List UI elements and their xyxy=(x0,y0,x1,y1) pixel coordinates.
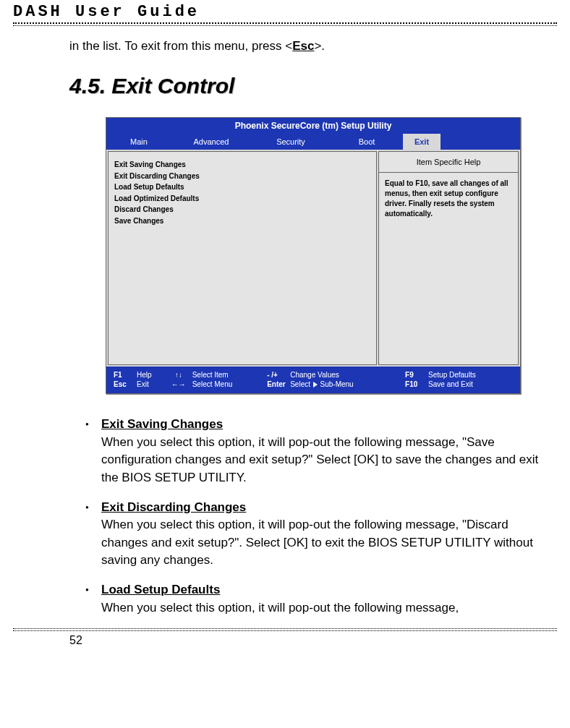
bios-help-body: Equal to F10, save all changes of all me… xyxy=(379,173,518,225)
section-heading: 4.5. Exit Control xyxy=(69,74,548,98)
lead-paragraph: in the list. To exit from this menu, pre… xyxy=(69,39,548,53)
option-body: When you select this option, it will pop… xyxy=(101,601,459,614)
bios-item[interactable]: Save Changes xyxy=(114,215,370,227)
option-title: Load Setup Defaults xyxy=(101,583,220,596)
option-exit-saving: Exit Saving Changes When you select this… xyxy=(77,416,541,487)
bios-label-setup-defaults: Setup Defaults xyxy=(427,370,514,380)
option-load-defaults: Load Setup Defaults When you select this… xyxy=(77,581,541,617)
bios-key-f1: F1 xyxy=(112,370,135,380)
bios-item[interactable]: Exit Discarding Changes xyxy=(114,171,370,182)
bios-label-change-values: Change Values xyxy=(289,370,404,380)
footer-divider xyxy=(13,628,557,631)
bios-label-select: Select xyxy=(290,380,310,388)
bios-tab-main[interactable]: Main xyxy=(106,134,171,150)
bios-tab-security[interactable]: Security xyxy=(251,134,331,150)
bios-tab-advanced[interactable]: Advanced xyxy=(171,134,251,150)
option-body: When you select this option, it will pop… xyxy=(101,435,538,484)
bios-item[interactable]: Load Setup Defaults xyxy=(114,181,370,193)
header-divider xyxy=(13,22,557,26)
bios-key-plusminus: - /+ xyxy=(265,370,289,380)
bios-help-panel: Item Specific Help Equal to F10, save al… xyxy=(378,151,519,365)
bios-screenshot: Phoenix SecureCore (tm) Setup Utility Ma… xyxy=(106,117,521,394)
updown-arrows-icon: ↑↓ xyxy=(166,370,191,380)
bios-menu-panel: Exit Saving Changes Exit Discarding Chan… xyxy=(108,151,377,365)
option-title: Exit Saving Changes xyxy=(101,417,223,431)
bios-tab-exit[interactable]: Exit xyxy=(403,134,441,150)
bios-label-select-menu: Select Menu xyxy=(191,380,266,389)
page-header: DASH User Guide xyxy=(13,0,557,22)
page-number: 52 xyxy=(13,634,557,647)
bios-footer: F1 Help ↑↓ Select Item - /+ Change Value… xyxy=(106,367,520,393)
bios-label-select-item: Select Item xyxy=(191,370,266,380)
bios-label-submenu: Sub-Menu xyxy=(320,380,354,388)
bios-item[interactable]: Load Optimized Defaults xyxy=(114,193,370,205)
bios-key-esc: Esc xyxy=(112,380,135,389)
bios-key-f9: F9 xyxy=(404,370,427,380)
leftright-arrows-icon: ←→ xyxy=(166,380,191,389)
bios-label-help: Help xyxy=(135,370,166,380)
bios-item[interactable]: Exit Saving Changes xyxy=(114,159,370,171)
bios-key-f10: F10 xyxy=(404,380,427,389)
lead-suffix: >. xyxy=(314,39,325,53)
bios-tab-boot[interactable]: Boot xyxy=(331,134,403,150)
bios-label-exit: Exit xyxy=(135,380,166,389)
bios-tabs: Main Advanced Security Boot Exit xyxy=(106,134,520,150)
bios-label-select-submenu: Select Sub-Menu xyxy=(289,380,404,389)
bios-label-save-exit: Save and Exit xyxy=(427,380,514,389)
option-exit-discarding: Exit Discarding Changes When you select … xyxy=(77,499,541,570)
bios-title: Phoenix SecureCore (tm) Setup Utility xyxy=(106,118,520,134)
option-body: When you select this option, it will pop… xyxy=(101,518,533,567)
bios-item[interactable]: Discard Changes xyxy=(114,204,370,215)
option-title: Exit Discarding Changes xyxy=(101,500,246,514)
triangle-right-icon xyxy=(313,382,318,387)
option-list: Exit Saving Changes When you select this… xyxy=(69,416,548,617)
bios-key-enter: Enter xyxy=(265,380,289,389)
lead-prefix: in the list. To exit from this menu, pre… xyxy=(69,39,292,53)
esc-key-label: Esc xyxy=(292,39,314,53)
bios-help-heading: Item Specific Help xyxy=(379,152,518,173)
